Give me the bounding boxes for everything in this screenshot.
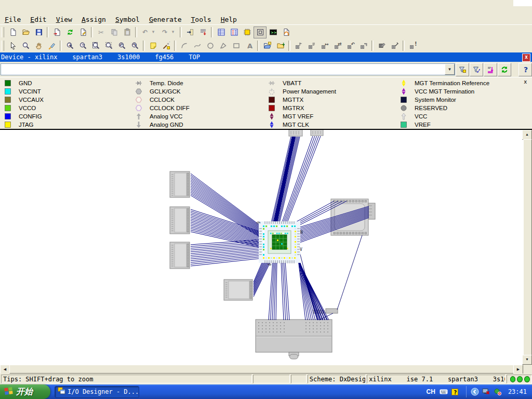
menu-view[interactable]: View (51, 15, 77, 24)
legend-label: VCC (415, 113, 427, 119)
filter-buttons: ? (455, 63, 532, 76)
drop-button[interactable]: ▾ (171, 26, 178, 38)
menu-edit[interactable]: Edit (25, 15, 51, 24)
legend-label: VBATT (283, 80, 301, 86)
arc-button[interactable] (178, 40, 191, 52)
page-props-button[interactable] (76, 26, 89, 38)
circle-button[interactable] (204, 40, 217, 52)
pin-list-button[interactable] (305, 40, 318, 52)
die-view-button[interactable] (254, 26, 267, 38)
pin-undo-button[interactable]: ↶ (344, 40, 357, 52)
undo-button[interactable]: ↶ (139, 26, 152, 38)
start-button[interactable]: 开始 (0, 384, 50, 399)
sync-button[interactable] (63, 26, 76, 38)
zoom-in-button[interactable]: + (63, 40, 76, 52)
top-right-blank (513, 0, 532, 6)
pin-flag-button[interactable] (292, 40, 305, 52)
taskbar-task-button[interactable]: I/O Designer - D... (55, 386, 139, 398)
zoom-page-button[interactable] (89, 40, 102, 52)
pin-dark-button[interactable] (375, 40, 388, 52)
status-led-green (510, 376, 516, 382)
keyboard-icon[interactable] (440, 388, 448, 396)
legend-label: CCLOCK DIFF (150, 105, 190, 111)
device-bar-close-button[interactable]: x (522, 54, 530, 62)
app-window: FileEditViewAssignSymbolGenerateToolsHel… (0, 0, 532, 399)
menu-tools[interactable]: Tools (187, 15, 216, 24)
new-button[interactable] (6, 26, 19, 38)
refresh-button[interactable] (498, 63, 511, 76)
toolbar-grip[interactable] (1, 27, 4, 37)
legend-close-button[interactable]: x (524, 78, 527, 85)
pin-swap-button[interactable]: ↔ (318, 40, 331, 52)
legend-panel: x GNDVCCINTVCCAUXVCCOCONFIGJTAGTemp. Dio… (0, 77, 532, 130)
horizontal-scrollbar[interactable]: ◀ ▶ (0, 365, 523, 374)
toolbar-separator (60, 41, 62, 51)
svg-text:A: A (247, 42, 252, 50)
copy-button[interactable] (108, 26, 121, 38)
drop-button[interactable]: ▾ (152, 26, 158, 38)
folder-add-button[interactable]: + (274, 40, 287, 52)
vertical-scrollbar[interactable]: ▲ ▼ (523, 130, 532, 365)
status-scheme: Scheme: DxDesigner (308, 375, 366, 383)
polygon-button[interactable] (217, 40, 230, 52)
toolbar-grip[interactable] (1, 41, 4, 51)
horizontal-scroll-thumb[interactable] (9, 365, 514, 374)
vertical-scroll-thumb[interactable] (523, 139, 532, 355)
svg-text:d: d (268, 263, 272, 266)
pin-corner-button[interactable] (357, 40, 370, 52)
menu-generate[interactable]: Generate (144, 15, 187, 24)
design-canvas[interactable]: 9NVd (0, 130, 523, 365)
legend-label: Analog GND (150, 122, 183, 128)
filter-input[interactable] (2, 64, 448, 74)
console-button[interactable]: >> (267, 26, 280, 38)
filter-net-button[interactable] (470, 63, 483, 76)
text-a-button[interactable]: A (243, 40, 256, 52)
probe-button[interactable] (45, 40, 58, 52)
cut-button[interactable]: ✂ (95, 26, 108, 38)
pin-join-button[interactable]: ⇄ (331, 40, 344, 52)
list-down-button[interactable] (196, 26, 209, 38)
view-next-button[interactable]: ↷ (128, 40, 141, 52)
chip-yellow-button[interactable] (241, 26, 254, 38)
zoom-area-button[interactable] (102, 40, 115, 52)
language-indicator[interactable]: CH (427, 388, 435, 395)
pin-warn-button[interactable]: ! (406, 40, 419, 52)
zoom-button[interactable] (19, 40, 32, 52)
menu-help[interactable]: Help (216, 15, 242, 24)
menu-symbol[interactable]: Symbol (111, 15, 144, 24)
spline-button[interactable] (191, 40, 204, 52)
menu-assign[interactable]: Assign (77, 15, 111, 24)
filter-combobox[interactable]: ▼ (1, 63, 455, 75)
rect-shape-button[interactable] (230, 40, 243, 52)
select-button[interactable] (6, 40, 19, 52)
paste-button[interactable] (121, 26, 134, 38)
page-out-button[interactable] (50, 26, 63, 38)
pin-tool-button[interactable] (388, 40, 401, 52)
wizard-button[interactable]: ✶· (159, 40, 172, 52)
legend-item-mgt-termination-reference: MGT Termination Reference (400, 79, 489, 87)
open-button[interactable] (19, 26, 32, 38)
view-prev-button[interactable]: ↶ (115, 40, 128, 52)
redo-button[interactable]: ↷ (158, 26, 171, 38)
filter-button[interactable] (456, 63, 469, 76)
zoom-out-button[interactable]: − (76, 40, 89, 52)
tray-status-icon[interactable] (494, 388, 502, 396)
scroll-down-icon[interactable]: ▼ (522, 355, 532, 365)
menu-file[interactable]: File (0, 15, 25, 24)
toolbar-separator (174, 41, 176, 51)
tray-chevron-icon[interactable] (471, 388, 479, 396)
update-sym-button[interactable] (280, 26, 292, 38)
sort-apply-button[interactable] (484, 63, 497, 76)
goto-sheet-button[interactable] (183, 26, 196, 38)
tray-display-error-icon[interactable] (482, 388, 490, 396)
folder-open2-button[interactable] (261, 40, 274, 52)
combo-dropdown-icon[interactable]: ▼ (445, 64, 455, 75)
save-button[interactable] (32, 26, 45, 38)
scroll-up-icon[interactable]: ▲ (522, 130, 532, 140)
pan-button[interactable] (32, 40, 45, 52)
list-view-button[interactable] (228, 26, 241, 38)
help-button[interactable]: ? (518, 63, 532, 76)
note-button[interactable] (147, 40, 159, 52)
table-view-button[interactable] (215, 26, 228, 38)
ime-help-icon[interactable]: ? (451, 388, 459, 396)
